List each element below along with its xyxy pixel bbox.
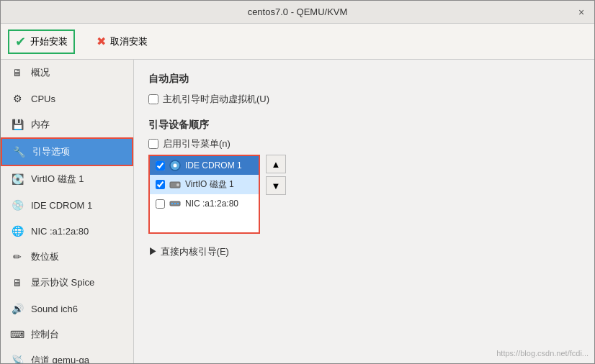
start-icon: ✔ bbox=[15, 34, 26, 50]
overview-icon: 🖥 bbox=[9, 65, 25, 81]
boot-item-nic-checkbox[interactable] bbox=[156, 199, 165, 209]
autostart-title: 自动启动 bbox=[148, 73, 580, 86]
cancel-icon: ✖ bbox=[97, 35, 106, 48]
sidebar-label-cpu: CPUs bbox=[31, 94, 55, 104]
direct-boot-row[interactable]: ▶ 直接内核引导(E) bbox=[148, 245, 580, 258]
sidebar-label-nic: NIC :a1:2a:80 bbox=[31, 226, 89, 237]
direct-boot-label: ▶ 直接内核引导(E) bbox=[148, 245, 229, 258]
toolbar: ✔ 开始安装 ✖ 取消安装 bbox=[1, 24, 594, 60]
sidebar-label-display: 显示协议 Spice bbox=[31, 276, 94, 289]
sidebar-item-cpu[interactable]: ⚙ CPUs bbox=[1, 86, 133, 112]
autostart-checkbox[interactable] bbox=[148, 94, 158, 104]
main-panel: 自动启动 主机引导时启动虚拟机(U) 引导设备顺序 启用引导菜单(n) bbox=[134, 60, 594, 363]
sidebar-item-memory[interactable]: 💾 内存 bbox=[1, 112, 133, 137]
arrow-up-button[interactable]: ▲ bbox=[266, 155, 286, 173]
ide-cdrom-item-icon bbox=[169, 160, 181, 171]
sidebar-item-virtio-disk[interactable]: 💽 VirtIO 磁盘 1 bbox=[1, 166, 133, 192]
display-icon: 🖥 bbox=[9, 275, 25, 291]
boot-menu-checkbox[interactable] bbox=[148, 139, 158, 149]
sidebar-label-overview: 概况 bbox=[31, 66, 50, 79]
boot-icon: 🔧 bbox=[11, 144, 27, 160]
svg-point-3 bbox=[176, 183, 179, 186]
sidebar-item-channel-qemu[interactable]: 📡 信道 qemu-ga bbox=[1, 347, 133, 363]
boot-order-section: 引导设备顺序 启用引导菜单(n) bbox=[148, 119, 580, 234]
sidebar-item-sound[interactable]: 🔊 Sound ich6 bbox=[1, 296, 133, 322]
sidebar-label-memory: 内存 bbox=[31, 118, 50, 131]
titlebar: centos7.0 - QEMU/KVM × bbox=[1, 1, 594, 24]
channel-qemu-icon: 📡 bbox=[9, 352, 25, 363]
start-install-button[interactable]: ✔ 开始安装 bbox=[8, 29, 75, 54]
boot-item-ide-cdrom-checkbox[interactable] bbox=[156, 161, 165, 170]
watermark: https://blog.csdn.net/fcdi... bbox=[496, 349, 589, 358]
close-button[interactable]: × bbox=[576, 6, 587, 18]
cancel-install-label: 取消安装 bbox=[110, 35, 148, 48]
svg-point-1 bbox=[174, 164, 177, 168]
window-title: centos7.0 - QEMU/KVM bbox=[19, 6, 576, 17]
main-window: centos7.0 - QEMU/KVM × ✔ 开始安装 ✖ 取消安装 🖥 概… bbox=[0, 0, 595, 364]
start-install-label: 开始安装 bbox=[30, 35, 68, 48]
boot-item-nic-label: NIC :a1:2a:80 bbox=[185, 199, 238, 209]
arrow-down-button[interactable]: ▼ bbox=[266, 176, 286, 195]
sidebar-label-virtio-disk: VirtIO 磁盘 1 bbox=[31, 173, 84, 186]
sidebar-label-console: 控制台 bbox=[31, 328, 59, 341]
sidebar-label-tablet: 数位板 bbox=[31, 250, 59, 263]
cancel-install-button[interactable]: ✖ 取消安装 bbox=[89, 30, 155, 53]
autostart-row: 主机引导时启动虚拟机(U) bbox=[148, 93, 580, 106]
boot-item-virtio-disk[interactable]: VirtIO 磁盘 1 bbox=[150, 175, 259, 194]
boot-arrows: ▲ ▼ bbox=[266, 155, 286, 195]
memory-icon: 💾 bbox=[9, 117, 25, 132]
sidebar-label-boot: 引导选项 bbox=[32, 145, 70, 158]
boot-item-nic[interactable]: NIC :a1:2a:80 bbox=[150, 194, 259, 213]
boot-order-container: IDE CDROM 1 VirtIO 磁盘 1 bbox=[148, 155, 580, 234]
boot-item-ide-cdrom-label: IDE CDROM 1 bbox=[185, 160, 242, 170]
boot-menu-row: 启用引导菜单(n) bbox=[148, 137, 580, 150]
cpu-icon: ⚙ bbox=[9, 91, 25, 106]
sound-icon: 🔊 bbox=[9, 301, 25, 317]
sidebar-item-display[interactable]: 🖥 显示协议 Spice bbox=[1, 270, 133, 296]
sidebar-item-boot[interactable]: 🔧 引导选项 bbox=[1, 137, 133, 166]
boot-item-ide-cdrom[interactable]: IDE CDROM 1 bbox=[150, 156, 259, 175]
boot-order-title: 引导设备顺序 bbox=[148, 119, 580, 132]
virtio-disk-item-icon bbox=[169, 179, 181, 191]
boot-item-virtio-disk-checkbox[interactable] bbox=[156, 180, 165, 189]
boot-item-virtio-disk-label: VirtIO 磁盘 1 bbox=[185, 178, 234, 191]
tablet-icon: ✏ bbox=[9, 249, 25, 265]
boot-menu-label: 启用引导菜单(n) bbox=[163, 137, 231, 150]
nic-item-icon bbox=[169, 198, 181, 209]
svg-rect-7 bbox=[177, 203, 179, 204]
sidebar-item-console[interactable]: ⌨ 控制台 bbox=[1, 322, 133, 347]
virtio-disk-icon: 💽 bbox=[9, 171, 25, 187]
content-area: 🖥 概况 ⚙ CPUs 💾 内存 🔧 引导选项 💽 VirtIO 磁盘 1 💿 bbox=[1, 60, 594, 363]
sidebar-label-channel-qemu: 信道 qemu-ga bbox=[31, 354, 89, 363]
sidebar-item-ide-cdrom[interactable]: 💿 IDE CDROM 1 bbox=[1, 192, 133, 218]
nic-icon: 🌐 bbox=[9, 223, 25, 239]
console-icon: ⌨ bbox=[9, 327, 25, 342]
autostart-label: 主机引导时启动虚拟机(U) bbox=[163, 93, 269, 106]
sidebar-label-ide-cdrom: IDE CDROM 1 bbox=[31, 200, 92, 211]
sidebar: 🖥 概况 ⚙ CPUs 💾 内存 🔧 引导选项 💽 VirtIO 磁盘 1 💿 bbox=[1, 60, 134, 363]
sidebar-item-tablet[interactable]: ✏ 数位板 bbox=[1, 244, 133, 270]
ide-cdrom-icon: 💿 bbox=[9, 197, 25, 213]
svg-rect-6 bbox=[174, 203, 176, 204]
boot-list: IDE CDROM 1 VirtIO 磁盘 1 bbox=[148, 155, 260, 234]
svg-rect-5 bbox=[171, 203, 173, 204]
sidebar-label-sound: Sound ich6 bbox=[31, 304, 78, 314]
sidebar-item-overview[interactable]: 🖥 概况 bbox=[1, 60, 133, 86]
sidebar-item-nic[interactable]: 🌐 NIC :a1:2a:80 bbox=[1, 218, 133, 244]
